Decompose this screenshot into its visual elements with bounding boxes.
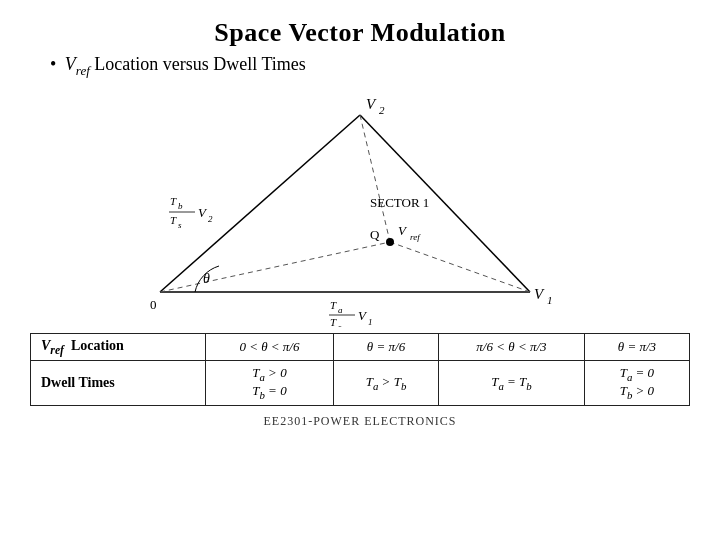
svg-text:θ: θ <box>203 271 210 286</box>
svg-text:T: T <box>330 299 337 311</box>
dwell-col2: Ta > Tb <box>333 361 438 405</box>
svg-line-0 <box>160 115 360 292</box>
svg-line-3 <box>360 115 390 242</box>
svg-line-5 <box>160 242 390 292</box>
svg-text:SECTOR 1: SECTOR 1 <box>370 195 429 210</box>
svg-line-4 <box>390 242 530 292</box>
svg-text:V: V <box>358 308 368 323</box>
svg-text:T: T <box>330 316 337 327</box>
svg-text:b: b <box>178 201 183 211</box>
location-label-cell: Vref Location <box>31 333 206 361</box>
dwell-col4: Ta = 0 Tb > 0 <box>584 361 689 405</box>
svg-text:V: V <box>398 223 408 238</box>
svg-text:T: T <box>170 214 177 226</box>
location-col2: θ = π/6 <box>333 333 438 361</box>
vref-text: Vref <box>65 54 90 74</box>
data-table: Vref Location 0 < θ < π/6 θ = π/6 π/6 < … <box>30 333 690 406</box>
footer-text: EE2301-POWER ELECTRONICS <box>264 414 457 429</box>
svg-text:2: 2 <box>379 104 385 116</box>
svg-text:0: 0 <box>150 297 157 312</box>
svg-text:s: s <box>338 322 342 327</box>
svg-text:V: V <box>366 96 377 112</box>
bullet: • <box>50 54 56 74</box>
svg-text:a: a <box>338 305 343 315</box>
subtitle-rest: Location versus Dwell Times <box>94 54 306 74</box>
dwell-label-cell: Dwell Times <box>31 361 206 405</box>
location-col4: θ = π/3 <box>584 333 689 361</box>
subtitle: • Vref Location versus Dwell Times <box>30 54 690 79</box>
svg-text:ref: ref <box>410 232 421 242</box>
location-col3: π/6 < θ < π/3 <box>439 333 585 361</box>
dwell-col3: Ta = Tb <box>439 361 585 405</box>
svg-text:1: 1 <box>547 294 553 306</box>
table-row-dwell: Dwell Times Ta > 0 Tb = 0 Ta > Tb Ta = T… <box>31 361 690 405</box>
dwell-col1: Ta > 0 Tb = 0 <box>205 361 333 405</box>
svg-point-6 <box>386 238 394 246</box>
svg-text:V: V <box>198 205 208 220</box>
svg-text:2: 2 <box>208 214 213 224</box>
svg-text:T: T <box>170 195 177 207</box>
table-row-location: Vref Location 0 < θ < π/6 θ = π/6 π/6 < … <box>31 333 690 361</box>
svg-text:Q: Q <box>370 227 380 242</box>
svg-text:V: V <box>534 286 545 302</box>
page-title: Space Vector Modulation <box>214 18 505 48</box>
vector-diagram: V 2 V 1 SECTOR 1 V ref Q θ T b T s V 2 <box>40 87 680 327</box>
svg-text:1: 1 <box>368 317 373 327</box>
svg-text:s: s <box>178 220 182 230</box>
location-col1: 0 < θ < π/6 <box>205 333 333 361</box>
